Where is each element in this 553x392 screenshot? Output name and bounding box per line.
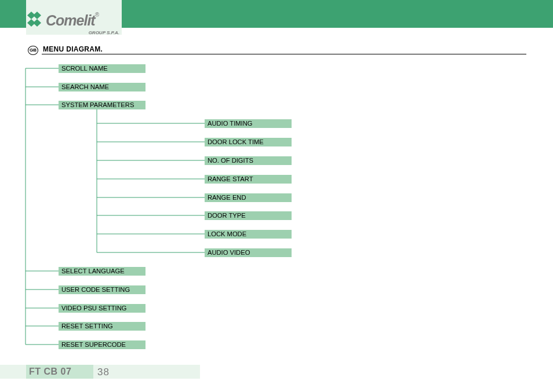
- menu-sp-range-start: RANGE START: [205, 175, 292, 184]
- brand-subtitle: GROUP S.P.A.: [89, 30, 119, 35]
- footer-code: FT CB 07: [29, 367, 71, 377]
- footer-page-number: 38: [97, 367, 110, 378]
- brand-name: Comelit: [46, 12, 95, 29]
- registered-mark: ®: [95, 12, 99, 18]
- logo-icon: [27, 12, 45, 29]
- menu-reset-setting: RESET SETTING: [59, 322, 145, 331]
- menu-system-parameters: SYSTEM PARAMETERS: [59, 101, 145, 109]
- brand-logo: Comelit® GROUP S.P.A.: [27, 12, 122, 35]
- menu-select-language: SELECT LANGUAGE: [59, 267, 145, 276]
- svg-marker-3: [33, 19, 41, 27]
- menu-sp-door-lock-time: DOOR LOCK TIME: [205, 138, 292, 146]
- language-badge: GB: [28, 46, 38, 55]
- menu-scroll-name: SCROLL NAME: [59, 64, 145, 73]
- menu-user-code-setting: USER CODE SETTING: [59, 285, 145, 294]
- svg-marker-1: [33, 12, 41, 19]
- menu-reset-supercode: RESET SUPERCODE: [59, 340, 145, 349]
- menu-sp-audio-timing: AUDIO TIMING: [205, 119, 292, 128]
- menu-sp-range-end: RANGE END: [205, 193, 292, 202]
- menu-sp-door-type: DOOR TYPE: [205, 211, 292, 220]
- menu-video-psu-setting: VIDEO PSU SETTING: [59, 304, 145, 313]
- page-title: MENU DIAGRAM.: [43, 45, 103, 53]
- menu-search-name: SEARCH NAME: [59, 83, 145, 91]
- menu-sp-audio-video: AUDIO VIDEO: [205, 248, 292, 257]
- menu-sp-no-of-digits: NO. OF DIGITS: [205, 156, 292, 165]
- menu-sp-lock-mode: LOCK MODE: [205, 230, 292, 239]
- title-rule: [42, 54, 526, 54]
